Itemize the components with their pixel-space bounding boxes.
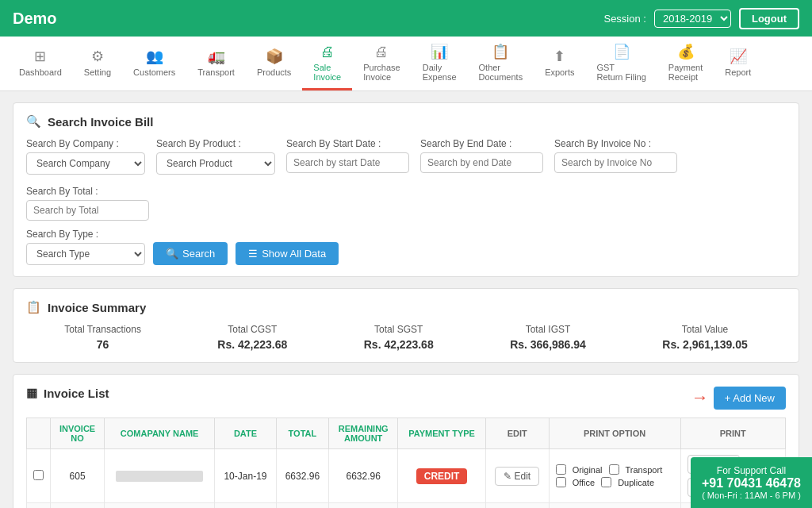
invoice-no-group: Search By Invoice No : (554, 138, 677, 175)
start-date-input[interactable] (286, 152, 409, 173)
col-invoice-no: INVOICENO (51, 418, 105, 449)
transport-checkbox[interactable] (609, 464, 619, 475)
invoice-list-header: ▦ Invoice List → + Add New (26, 386, 786, 410)
transactions-label: Total Transactions (64, 324, 141, 335)
summary-cgst: Total CGST Rs. 42,223.68 (217, 324, 287, 351)
product-label: Search By Product : (156, 138, 275, 149)
sidebar-item-setting[interactable]: ⚙ Setting (73, 41, 122, 86)
blurred-company-name (116, 471, 203, 482)
start-date-group: Search By Start Date : (286, 138, 409, 175)
transactions-value: 76 (64, 338, 141, 351)
total-cell: 218.90 (276, 503, 328, 509)
sidebar-item-dashboard[interactable]: ⊞ Dashboard (8, 41, 73, 86)
purchase-invoice-icon: 🖨 (374, 44, 389, 60)
edit-icon: ✎ (504, 471, 511, 482)
product-search-group: Search By Product : Search Product (156, 138, 275, 175)
original-checkbox[interactable] (556, 464, 566, 475)
total-cell: 6632.96 (276, 449, 328, 503)
search-icon: 🔍 (26, 114, 41, 129)
print-option-cell: Original Transport Office Duplicate (549, 449, 680, 503)
menu-bar: ⊞ Dashboard ⚙ Setting 👥 Customers 🚛 Tran… (0, 37, 812, 91)
menu-label: Setting (84, 67, 111, 77)
sidebar-item-products[interactable]: 📦 Products (246, 41, 302, 86)
payment-receipt-icon: 💰 (677, 43, 695, 60)
app-title: Demo (13, 10, 57, 28)
type-select[interactable]: Search Type (26, 243, 145, 265)
sidebar-item-sale-invoice[interactable]: 🖨 SaleInvoice (302, 37, 352, 90)
total-value: Rs. 2,961,139.05 (662, 338, 747, 351)
session-select[interactable]: 2018-2019 (654, 10, 731, 28)
col-payment-type: PAYMENT TYPE (398, 418, 485, 449)
invoice-list-title: ▦ Invoice List (26, 386, 109, 400)
summary-card: 📋 Invoice Summary Total Transactions 76 … (13, 288, 799, 363)
daily-expense-icon: 📊 (431, 43, 448, 60)
summary-total-value: Total Value Rs. 2,961,139.05 (662, 324, 747, 351)
menu-label: DailyExpense (423, 63, 457, 82)
summary-igst: Total IGST Rs. 366,986.94 (510, 324, 586, 351)
product-select[interactable]: Search Product (156, 152, 275, 175)
sidebar-item-customers[interactable]: 👥 Customers (122, 41, 186, 86)
menu-label: Transport (197, 67, 235, 77)
menu-label: Products (257, 67, 291, 77)
sidebar-item-other-documents[interactable]: 📋 OtherDocuments (468, 37, 534, 90)
payment-type-cell: CREDIT (398, 449, 485, 503)
sidebar-item-exports[interactable]: ⬆ Exports (534, 41, 585, 86)
total-label: Search By Total : (26, 186, 149, 197)
invoice-list-card: ▦ Invoice List → + Add New INVOICENO COM… (13, 374, 799, 508)
edit-button[interactable]: ✎ Edit (495, 467, 539, 486)
remaining-cell: 218.90 (328, 503, 398, 509)
company-select[interactable]: Search Company (26, 152, 145, 175)
customers-icon: 👥 (146, 48, 163, 65)
menu-label: Dashboard (19, 67, 62, 77)
table-row: 604 02-Jan-19 218.90 218.90 CREDIT ✎ Edi… (27, 503, 786, 509)
date-cell: 10-Jan-19 (215, 449, 277, 503)
menu-label: Customers (133, 67, 175, 77)
menu-label: GSTReturn Filing (596, 63, 645, 82)
report-icon: 📈 (730, 48, 747, 65)
office-label: Office (573, 478, 596, 487)
table-row: 605 10-Jan-19 6632.96 6632.96 CREDIT ✎ E… (27, 449, 786, 503)
payment-type-cell: CREDIT (398, 503, 485, 509)
add-new-button[interactable]: + Add New (714, 387, 786, 410)
exports-icon: ⬆ (553, 48, 565, 65)
office-checkbox[interactable] (556, 477, 566, 487)
search-card: 🔍 Search Invoice Bill Search By Company … (13, 102, 799, 277)
support-phone: +91 70431 46478 (702, 476, 801, 491)
col-edit: EDIT (485, 418, 549, 449)
menu-label: OtherDocuments (479, 63, 523, 82)
sidebar-item-daily-expense[interactable]: 📊 DailyExpense (412, 37, 468, 90)
dashboard-icon: ⊞ (34, 48, 46, 65)
sgst-label: Total SGST (364, 324, 434, 335)
edit-cell: ✎ Edit (485, 449, 549, 503)
type-search-group: Search By Type : Search Type (26, 229, 145, 265)
total-value-label: Total Value (662, 324, 747, 335)
sidebar-item-report[interactable]: 📈 Report (714, 41, 762, 86)
sale-invoice-icon: 🖨 (320, 44, 335, 60)
sidebar-item-transport[interactable]: 🚛 Transport (186, 41, 246, 86)
show-all-button[interactable]: ☰ Show All Data (236, 242, 339, 265)
invoice-no-input[interactable] (554, 152, 677, 173)
sidebar-item-purchase-invoice[interactable]: 🖨 PurchaseInvoice (352, 37, 411, 90)
transport-label: Transport (626, 465, 663, 475)
menu-label: Report (725, 67, 751, 77)
menu-label: PurchaseInvoice (363, 63, 400, 82)
search-card-title: 🔍 Search Invoice Bill (26, 114, 786, 129)
edit-cell: ✎ Edit (485, 503, 549, 509)
logout-button[interactable]: Logout (739, 8, 799, 29)
sidebar-item-gst-return-filing[interactable]: 📄 GSTReturn Filing (585, 37, 657, 90)
summary-transactions: Total Transactions 76 (64, 324, 141, 351)
end-date-input[interactable] (420, 152, 543, 173)
duplicate-checkbox[interactable] (601, 477, 611, 487)
gst-icon: 📄 (613, 43, 630, 60)
igst-value: Rs. 366,986.94 (510, 338, 586, 351)
support-hours: ( Mon-Fri : 11AM - 6 PM ) (702, 491, 801, 500)
date-cell: 02-Jan-19 (215, 503, 277, 509)
row-checkbox[interactable] (33, 470, 44, 480)
sidebar-item-payment-receipt[interactable]: 💰 PaymentReceipt (657, 37, 714, 90)
list-icon: ▦ (26, 386, 37, 400)
search-button[interactable]: 🔍 Search (153, 242, 228, 265)
original-label: Original (573, 465, 603, 475)
total-input[interactable] (26, 200, 149, 221)
company-label: Search By Company : (26, 138, 145, 149)
search-row-1: Search By Company : Search Company Searc… (26, 138, 786, 221)
